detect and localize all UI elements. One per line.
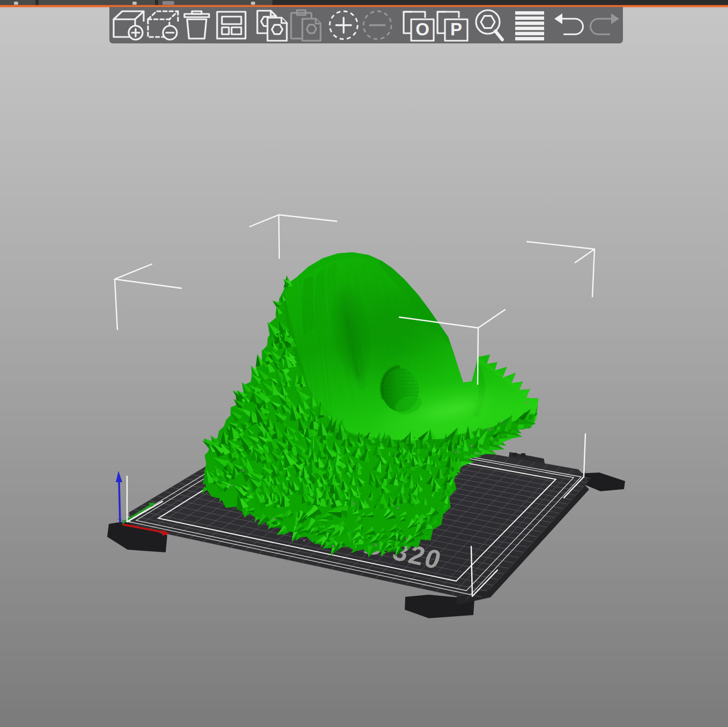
svg-text:O: O xyxy=(415,19,429,39)
svg-text:P: P xyxy=(450,19,462,39)
